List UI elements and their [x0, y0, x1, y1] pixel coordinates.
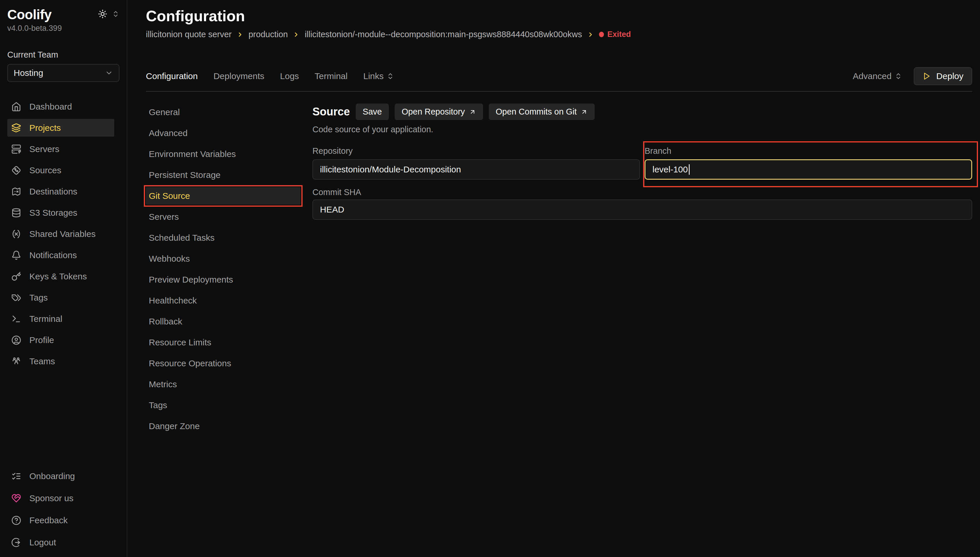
commit-sha-label: Commit SHA — [312, 187, 972, 197]
sidebar-item-profile[interactable]: Profile — [7, 331, 114, 349]
team-select-value: Hosting — [14, 68, 43, 78]
sidebar-item-label: Profile — [29, 335, 54, 345]
chevron-right-icon — [237, 31, 244, 38]
home-icon — [11, 102, 21, 112]
subnav-item-general[interactable]: General — [146, 104, 301, 121]
subnav-item-advanced[interactable]: Advanced — [146, 124, 301, 142]
advanced-dropdown[interactable]: Advanced — [853, 71, 902, 81]
open-commits-button[interactable]: Open Commits on Git — [489, 104, 595, 120]
sidebar-item-label: Shared Variables — [29, 229, 96, 239]
section-description: Code source of your application. — [312, 125, 972, 134]
sidebar-item-servers[interactable]: Servers — [7, 140, 114, 158]
subnav-item-healthcheck[interactable]: Healthcheck — [146, 292, 301, 309]
git-source-settings: Source Save Open Repository Open Commits… — [312, 104, 972, 220]
subnav-item-preview-deployments[interactable]: Preview Deployments — [146, 271, 301, 288]
sidebar-item-projects[interactable]: Projects — [7, 119, 114, 137]
sidebar-item-keys-tokens[interactable]: Keys & Tokens — [7, 267, 114, 285]
branch-value: level-100 — [652, 164, 688, 174]
commit-sha-input[interactable]: HEAD — [312, 199, 972, 220]
server-icon — [11, 144, 21, 154]
checklist-icon — [11, 471, 21, 481]
sidebar-item-feedback[interactable]: Feedback — [7, 511, 114, 529]
main-content: Configuration illicitonion quote server … — [127, 0, 980, 557]
section-title: Source — [312, 106, 350, 118]
sidebar-nav: Dashboard Projects Servers Sources Desti… — [7, 98, 119, 373]
branch-input[interactable]: level-100 — [645, 159, 972, 180]
tab-logs[interactable]: Logs — [280, 71, 299, 81]
sidebar-item-shared-variables[interactable]: Shared Variables — [7, 225, 114, 243]
sidebar-item-notifications[interactable]: Notifications — [7, 246, 114, 264]
sidebar-item-label: Feedback — [29, 515, 68, 525]
sidebar-item-label: Keys & Tokens — [29, 272, 87, 282]
tab-actions: Advanced Deploy — [853, 67, 972, 85]
subnav-item-servers[interactable]: Servers — [146, 208, 301, 226]
sidebar-item-teams[interactable]: Teams — [7, 352, 114, 370]
help-circle-icon — [11, 515, 21, 525]
open-repository-button[interactable]: Open Repository — [395, 104, 483, 120]
subnav-item-git-source[interactable]: Git Source — [146, 187, 301, 205]
subnav-item-tags[interactable]: Tags — [146, 397, 301, 414]
sidebar-item-onboarding[interactable]: Onboarding — [7, 467, 114, 485]
sidebar-item-label: Destinations — [29, 187, 77, 197]
tags-icon — [11, 293, 21, 303]
open-repository-label: Open Repository — [401, 107, 465, 117]
database-icon — [11, 208, 21, 218]
sidebar-item-logout[interactable]: Logout — [7, 533, 114, 551]
tab-terminal[interactable]: Terminal — [315, 71, 348, 81]
sun-icon — [98, 9, 107, 19]
team-select[interactable]: Hosting — [7, 64, 119, 82]
subnav-item-webhooks[interactable]: Webhooks — [146, 250, 301, 267]
open-commits-label: Open Commits on Git — [496, 107, 577, 117]
subnav-item-rollback[interactable]: Rollback — [146, 313, 301, 330]
sidebar-item-label: S3 Storages — [29, 208, 77, 218]
tab-links[interactable]: Links — [363, 71, 394, 81]
chevron-right-icon — [293, 31, 300, 38]
sidebar-item-destinations[interactable]: Destinations — [7, 182, 114, 200]
repository-input[interactable]: illicitestonion/Module-Decomposition — [312, 159, 640, 180]
tab-deployments[interactable]: Deployments — [213, 71, 264, 81]
arrow-up-right-icon — [469, 108, 476, 116]
git-source-icon — [11, 165, 21, 175]
logout-icon — [11, 537, 21, 547]
sidebar-item-label: Onboarding — [29, 471, 75, 481]
sidebar: Coolify v4.0.0-beta.399 Current Team Hos… — [0, 0, 127, 557]
subnav-item-metrics[interactable]: Metrics — [146, 376, 301, 393]
status-badge: Exited — [599, 30, 631, 39]
subnav-item-persistent-storage[interactable]: Persistent Storage — [146, 166, 301, 184]
current-team-label: Current Team — [7, 50, 119, 60]
map-icon — [11, 187, 21, 197]
breadcrumb-application[interactable]: illicitestonion/-module--decomposition:m… — [305, 30, 582, 39]
theme-toggle-button[interactable] — [98, 9, 107, 19]
subnav-item-danger-zone[interactable]: Danger Zone — [146, 417, 301, 435]
sidebar-item-sponsor-us[interactable]: Sponsor us — [7, 489, 114, 507]
variable-icon — [11, 229, 21, 239]
sidebar-item-sources[interactable]: Sources — [7, 161, 114, 179]
sidebar-item-label: Projects — [29, 123, 61, 133]
page-title: Configuration — [146, 7, 972, 25]
sidebar-item-label: Sponsor us — [29, 493, 73, 503]
theme-selector-button[interactable] — [112, 10, 119, 18]
sidebar-footer-nav: Onboarding Sponsor us Feedback Logout — [7, 467, 119, 551]
sidebar-item-s3-storages[interactable]: S3 Storages — [7, 204, 114, 221]
sidebar-item-dashboard[interactable]: Dashboard — [7, 98, 114, 116]
repository-value: illicitestonion/Module-Decomposition — [320, 164, 461, 174]
settings-subnav: General Advanced Environment Variables P… — [146, 104, 301, 438]
subnav-item-resource-operations[interactable]: Resource Operations — [146, 355, 301, 372]
sidebar-item-label: Dashboard — [29, 102, 72, 112]
users-icon — [11, 357, 21, 366]
breadcrumb-environment[interactable]: production — [249, 30, 288, 39]
tab-configuration[interactable]: Configuration — [146, 71, 198, 81]
sidebar-item-terminal[interactable]: Terminal — [7, 310, 114, 327]
subnav-item-scheduled-tasks[interactable]: Scheduled Tasks — [146, 229, 301, 246]
user-circle-icon — [11, 335, 21, 345]
deploy-button[interactable]: Deploy — [914, 67, 972, 85]
sidebar-item-label: Notifications — [29, 250, 77, 260]
save-button[interactable]: Save — [356, 104, 389, 120]
sidebar-item-tags[interactable]: Tags — [7, 289, 114, 306]
subnav-item-resource-limits[interactable]: Resource Limits — [146, 334, 301, 351]
tabbar: Configuration Deployments Logs Terminal … — [146, 67, 972, 85]
app-title: Coolify — [7, 7, 52, 23]
breadcrumb-project[interactable]: illicitonion quote server — [146, 30, 232, 39]
commit-sha-value: HEAD — [320, 205, 344, 215]
subnav-item-environment-variables[interactable]: Environment Variables — [146, 145, 301, 163]
